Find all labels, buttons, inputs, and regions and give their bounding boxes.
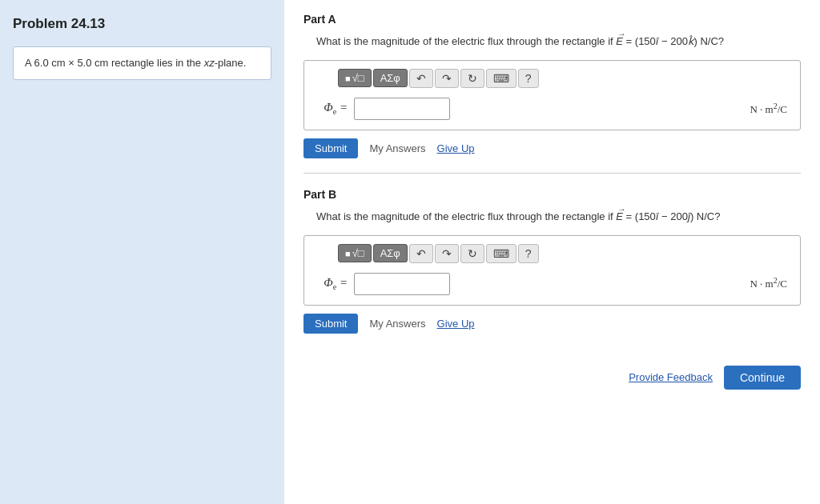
part-a-give-up[interactable]: Give Up (437, 142, 475, 154)
part-b-unit: N · m2/C (750, 276, 790, 290)
part-b-format-btn[interactable]: ■ √□ (338, 244, 372, 262)
part-a-question-text: What is the magnitude of the electric fl… (316, 35, 724, 47)
sidebar: Problem 24.13 A 6.0 cm × 5.0 cm rectangl… (0, 0, 284, 504)
part-a-input-row: Φe = N · m2/C (314, 98, 790, 120)
part-a-format-btn[interactable]: ■ √□ (338, 69, 372, 87)
part-a-keyboard-btn[interactable]: ⌨ (486, 69, 517, 88)
part-a-submit-row: Submit My Answers Give Up (303, 138, 801, 158)
sqrt-icon: √□ (352, 72, 364, 84)
part-a-section: Part A What is the magnitude of the elec… (303, 13, 801, 174)
part-b-give-up[interactable]: Give Up (437, 318, 475, 330)
part-a-redo-btn[interactable]: ↷ (435, 69, 459, 88)
part-a-refresh-btn[interactable]: ↻ (460, 69, 484, 88)
part-b-symbol-text: ΑΣφ (380, 247, 400, 259)
part-a-help-btn[interactable]: ? (518, 69, 539, 88)
description-text: A 6.0 cm × 5.0 cm rectangle lies in the … (25, 57, 246, 69)
part-b-toolbar: ■ √□ ΑΣφ ↶ ↷ ↻ ⌨ ? (338, 244, 790, 263)
part-b-answer-box: ■ √□ ΑΣφ ↶ ↷ ↻ ⌨ ? Φe = N · m2/C (303, 235, 801, 306)
part-b-format-icon: ■ (345, 249, 351, 258)
problem-title: Problem 24.13 (13, 16, 271, 32)
part-a-label: Part A (303, 13, 801, 26)
part-b-question-text: What is the magnitude of the electric fl… (316, 210, 720, 222)
part-b-answer-input[interactable] (354, 273, 450, 295)
part-b-symbol-btn[interactable]: ΑΣφ (373, 244, 408, 262)
symbol-text: ΑΣφ (380, 72, 400, 84)
part-a-field-var: E→ (616, 35, 623, 47)
continue-btn[interactable]: Continue (724, 366, 801, 390)
part-a-undo-btn[interactable]: ↶ (409, 69, 433, 88)
provide-feedback-link[interactable]: Provide Feedback (629, 371, 713, 383)
main-content: Part A What is the magnitude of the elec… (284, 0, 820, 504)
part-a-toolbar: ■ √□ ΑΣφ ↶ ↷ ↻ ⌨ ? (338, 69, 790, 88)
part-a-symbol-btn[interactable]: ΑΣφ (373, 69, 408, 87)
part-a-phi-label: Φe = (314, 101, 348, 116)
part-b-label: Part B (303, 188, 801, 201)
part-a-submit-btn[interactable]: Submit (303, 138, 358, 158)
part-b-submit-btn[interactable]: Submit (303, 314, 358, 334)
part-b-keyboard-btn[interactable]: ⌨ (486, 244, 517, 263)
part-a-unit: N · m2/C (750, 102, 790, 116)
part-b-question: What is the magnitude of the electric fl… (316, 209, 801, 226)
part-b-input-row: Φe = N · m2/C (314, 273, 790, 295)
part-a-answer-box: ■ √□ ΑΣφ ↶ ↷ ↻ ⌨ ? Φe = N · m2/C (303, 60, 801, 130)
part-b-help-btn[interactable]: ? (518, 244, 539, 263)
part-a-my-answers[interactable]: My Answers (369, 142, 425, 154)
problem-description: A 6.0 cm × 5.0 cm rectangle lies in the … (13, 46, 271, 80)
part-b-submit-row: Submit My Answers Give Up (303, 314, 801, 334)
part-a-answer-input[interactable] (354, 98, 450, 120)
part-b-undo-btn[interactable]: ↶ (409, 244, 433, 263)
format-icon: ■ (345, 74, 351, 83)
bottom-row: Provide Feedback Continue (303, 362, 801, 390)
part-b-field-var: E→ (616, 210, 623, 222)
part-b-my-answers[interactable]: My Answers (369, 318, 425, 330)
part-b-refresh-btn[interactable]: ↻ (460, 244, 484, 263)
part-b-section: Part B What is the magnitude of the elec… (303, 188, 801, 348)
part-b-redo-btn[interactable]: ↷ (435, 244, 459, 263)
part-b-phi-label: Φe = (314, 276, 348, 291)
part-b-sqrt-icon: √□ (352, 247, 364, 259)
part-a-question: What is the magnitude of the electric fl… (316, 34, 801, 50)
